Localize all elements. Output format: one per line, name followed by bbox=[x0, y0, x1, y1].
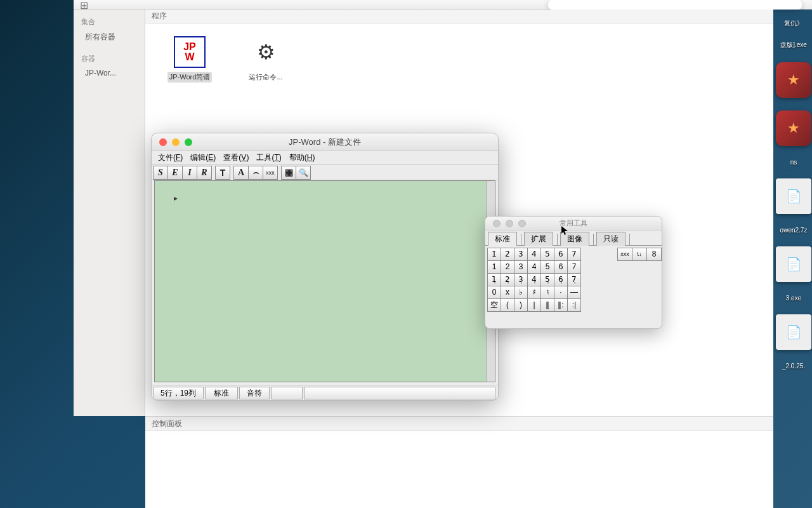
maximize-button[interactable] bbox=[185, 138, 192, 146]
app-run-label: 运行命令... bbox=[247, 72, 284, 83]
tb-e[interactable]: E bbox=[167, 166, 183, 180]
tools-tabs: 标准 扩展 图像 只读 bbox=[485, 231, 662, 246]
extra-t[interactable]: t↓ bbox=[632, 248, 647, 261]
note-btn-1-2[interactable]: 3 bbox=[514, 260, 528, 274]
section-control-header: 控制面板 bbox=[145, 417, 773, 431]
app-run-command[interactable]: ⚙ 运行命令... bbox=[240, 36, 291, 83]
tools-close[interactable] bbox=[493, 220, 501, 227]
note-btn-4-4[interactable]: ‖ bbox=[540, 298, 554, 312]
note-btn-1-5[interactable]: 6 bbox=[554, 260, 568, 274]
note-btn-4-3[interactable]: | bbox=[527, 298, 541, 312]
note-btn-2-4[interactable]: 5̣ bbox=[540, 273, 554, 286]
extra-8[interactable]: 8 bbox=[646, 248, 662, 261]
tab-extended[interactable]: 扩展 bbox=[524, 232, 553, 246]
titlebar[interactable]: JP-Word - 新建文件 bbox=[152, 133, 498, 151]
note-btn-4-2[interactable]: ) bbox=[514, 298, 528, 312]
note-btn-0-1[interactable]: 2̇ bbox=[501, 248, 514, 261]
tb-xxx[interactable]: xxx bbox=[263, 166, 278, 180]
note-btn-4-5[interactable]: ‖: bbox=[554, 298, 568, 312]
note-btn-1-3[interactable]: 4 bbox=[527, 260, 541, 274]
note-btn-3-5[interactable]: · bbox=[554, 286, 568, 299]
desktop-file-label[interactable]: _2.0.25. bbox=[782, 363, 805, 370]
note-grid: 1̇2̇3̇4̇5̇6̇7̇12345671̣2̣3̣4̣5̣6̣7̣0x♭♯♮… bbox=[485, 246, 612, 314]
note-btn-0-3[interactable]: 4̇ bbox=[527, 248, 541, 261]
menu-edit[interactable]: 编辑(E) bbox=[188, 152, 218, 164]
tb-arc[interactable]: ⌢ bbox=[248, 166, 263, 180]
desktop-file-label[interactable]: 盘版].exe bbox=[780, 41, 807, 50]
gear-icon: ⚙ bbox=[250, 36, 282, 68]
tools-max[interactable] bbox=[518, 220, 526, 227]
tools-palette: 常用工具 标准 扩展 图像 只读 1̇2̇3̇4̇5̇6̇7̇12345671̣… bbox=[485, 216, 662, 329]
tb-s[interactable]: S bbox=[153, 166, 168, 180]
status-empty1 bbox=[271, 387, 303, 399]
menu-tools[interactable]: 工具(T) bbox=[254, 152, 284, 164]
note-btn-3-0[interactable]: 0 bbox=[487, 286, 501, 299]
menu-file[interactable]: 文件(F) bbox=[155, 152, 185, 164]
note-btn-2-5[interactable]: 6̣ bbox=[554, 273, 568, 286]
note-btn-1-4[interactable]: 5 bbox=[540, 260, 554, 274]
note-btn-2-3[interactable]: 4̣ bbox=[527, 273, 541, 286]
desktop-file-icon[interactable]: 📄 bbox=[776, 246, 811, 282]
tab-standard[interactable]: 标准 bbox=[488, 232, 517, 246]
section-programs-header: 程序 bbox=[145, 10, 773, 23]
desktop-file-icon[interactable]: 📄 bbox=[776, 314, 811, 350]
jpword-icon: JPW bbox=[174, 36, 206, 68]
tb-grid[interactable]: ▦ bbox=[281, 166, 296, 180]
note-btn-2-2[interactable]: 3̣ bbox=[514, 273, 528, 286]
app-jpword[interactable]: JPW JP-Word简谱 bbox=[164, 36, 215, 83]
note-btn-3-3[interactable]: ♯ bbox=[527, 286, 541, 299]
jpword-window: JP-Word - 新建文件 文件(F) 编辑(E) 查看(V) 工具(T) 帮… bbox=[151, 133, 499, 401]
tab-readonly[interactable]: 只读 bbox=[596, 232, 625, 246]
note-btn-2-1[interactable]: 2̣ bbox=[501, 273, 514, 286]
desktop-game-icon[interactable]: ★ bbox=[776, 62, 811, 98]
desktop-game-icon[interactable]: ★ bbox=[776, 110, 811, 146]
note-btn-0-0[interactable]: 1̇ bbox=[487, 248, 501, 261]
note-btn-3-6[interactable]: — bbox=[567, 286, 581, 299]
desktop-file-label[interactable]: ns bbox=[790, 159, 797, 166]
desktop-file-icon[interactable]: 📄 bbox=[776, 178, 811, 214]
tb-a[interactable]: A bbox=[233, 166, 249, 180]
note-btn-0-5[interactable]: 6̇ bbox=[554, 248, 568, 261]
note-btn-1-6[interactable]: 7 bbox=[567, 260, 581, 274]
canvas-area[interactable]: ▸ bbox=[154, 180, 495, 382]
tb-zoom[interactable]: 🔍 bbox=[296, 166, 311, 180]
note-btn-2-6[interactable]: 7̣ bbox=[567, 273, 581, 286]
sidebar: 集合 所有容器 容器 JP-Wor... bbox=[74, 10, 145, 416]
close-button[interactable] bbox=[159, 138, 167, 146]
extra-xxx[interactable]: xxx bbox=[617, 248, 632, 261]
note-btn-2-0[interactable]: 1̣ bbox=[487, 273, 501, 286]
tb-t[interactable]: T bbox=[215, 166, 230, 180]
tb-i[interactable]: I bbox=[182, 166, 197, 180]
search-bar[interactable] bbox=[548, 0, 802, 10]
desktop-icons: 复仇》 盘版].exe ★ ★ ns 📄 owen2.7z 📄 3.exe 📄 … bbox=[775, 19, 812, 370]
note-btn-0-4[interactable]: 5̇ bbox=[540, 248, 554, 261]
desktop-file-label[interactable]: owen2.7z bbox=[780, 227, 808, 234]
window-title: JP-Word - 新建文件 bbox=[152, 137, 498, 148]
status-position: 5行，19列 bbox=[153, 387, 204, 399]
note-btn-3-4[interactable]: ♮ bbox=[540, 286, 554, 299]
tab-image[interactable]: 图像 bbox=[560, 232, 589, 246]
note-btn-3-2[interactable]: ♭ bbox=[514, 286, 528, 299]
sidebar-item-all-containers[interactable]: 所有容器 bbox=[74, 29, 145, 45]
menu-view[interactable]: 查看(V) bbox=[221, 152, 251, 164]
note-btn-4-1[interactable]: ( bbox=[501, 298, 514, 312]
menu-help[interactable]: 帮助(H) bbox=[287, 152, 318, 164]
tools-titlebar[interactable]: 常用工具 bbox=[485, 217, 662, 231]
menu-icon[interactable]: ⊞ bbox=[80, 0, 90, 10]
tb-r[interactable]: R bbox=[197, 166, 212, 180]
minimize-button[interactable] bbox=[172, 138, 180, 146]
desktop-file-label[interactable]: 复仇》 bbox=[784, 19, 803, 28]
status-note: 音符 bbox=[239, 387, 270, 399]
note-btn-1-0[interactable]: 1 bbox=[487, 260, 501, 274]
note-btn-4-0[interactable]: 空 bbox=[487, 298, 501, 312]
desktop-file-label[interactable]: 3.exe bbox=[786, 295, 801, 302]
note-btn-0-6[interactable]: 7̇ bbox=[567, 248, 581, 261]
note-btn-0-2[interactable]: 3̇ bbox=[514, 248, 528, 261]
note-btn-3-1[interactable]: x bbox=[501, 286, 514, 299]
apps-row: JPW JP-Word简谱 ⚙ 运行命令... bbox=[145, 23, 773, 95]
note-btn-1-1[interactable]: 2 bbox=[501, 260, 514, 274]
tools-min[interactable] bbox=[506, 220, 513, 227]
sidebar-item-jpword[interactable]: JP-Wor... bbox=[74, 66, 145, 80]
statusbar: 5行，19列 标准 音符 bbox=[152, 385, 498, 400]
note-btn-4-6[interactable]: :| bbox=[567, 298, 581, 312]
